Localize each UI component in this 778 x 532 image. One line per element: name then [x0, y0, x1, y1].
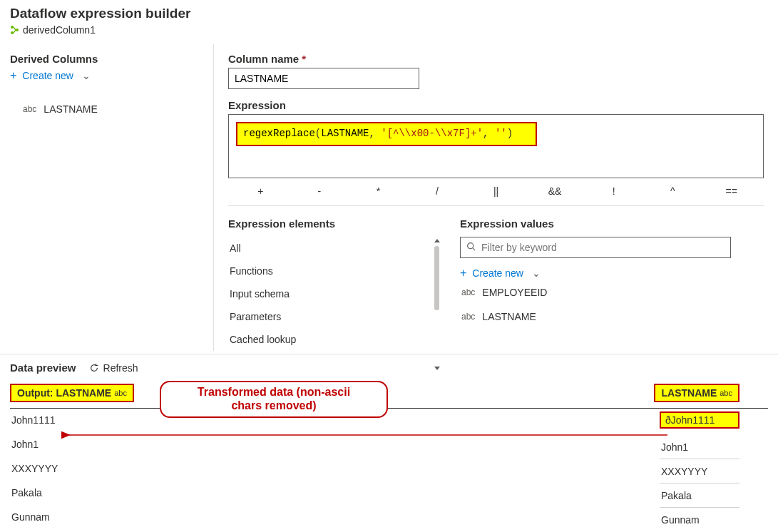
type-abc-icon: abc [461, 312, 475, 322]
plus-icon: + [460, 267, 466, 280]
svg-line-4 [473, 248, 475, 250]
output-cell: Gunnam [10, 506, 768, 528]
svg-point-0 [11, 26, 14, 29]
svg-point-3 [468, 243, 474, 249]
scroll-up-icon[interactable] [434, 239, 440, 242]
chevron-down-icon: ⌄ [82, 70, 91, 81]
type-abc-icon: abc [720, 389, 732, 397]
column-name-label: Column name * [228, 53, 764, 65]
create-new-column-button[interactable]: + Create new ⌄ [10, 69, 91, 82]
input-cell: Pakala [660, 484, 739, 508]
create-new-label: Create new [22, 70, 73, 81]
create-new-value-button[interactable]: + Create new ⌄ [460, 267, 541, 280]
table-row: John1John1 [10, 433, 768, 457]
value-item-employeeid[interactable]: abc EMPLOYEEID [460, 280, 764, 304]
op-not[interactable]: ! [584, 185, 643, 197]
expression-values-title: Expression values [460, 218, 764, 230]
search-icon [466, 242, 476, 253]
table-row: John1111ðJohn1111 [10, 409, 768, 433]
type-abc-icon: abc [461, 287, 475, 297]
input-cell: XXXYYYY [660, 460, 739, 484]
op-minus[interactable]: - [290, 185, 349, 197]
values-filter-input[interactable] [480, 241, 725, 254]
expression-elements-title: Expression elements [228, 218, 433, 230]
elements-item-all[interactable]: All [228, 237, 433, 260]
output-cell: John1111 [10, 409, 768, 431]
input-cell: ðJohn1111 [660, 411, 739, 429]
data-preview-title: Data preview [10, 362, 76, 374]
create-new-value-label: Create new [472, 267, 523, 279]
column-name-input[interactable] [228, 68, 419, 89]
plus-icon: + [10, 69, 16, 82]
table-row: PakalaPakala [10, 481, 768, 506]
derived-columns-title: Derived Columns [10, 53, 203, 65]
value-item-lastname[interactable]: abc LASTNAME [460, 304, 764, 328]
required-asterisk: * [302, 53, 306, 65]
input-column-header: LASTNAME abc [654, 384, 739, 402]
elements-item-parameters[interactable]: Parameters [228, 305, 433, 328]
elements-item-input-schema[interactable]: Input schema [228, 282, 433, 305]
node-icon [10, 25, 19, 35]
op-or[interactable]: || [466, 185, 526, 197]
svg-point-2 [16, 29, 19, 31]
op-xor[interactable]: ^ [643, 185, 702, 197]
elements-item-functions[interactable]: Functions [228, 260, 433, 282]
page-title: Dataflow expression builder [10, 6, 768, 21]
elements-scrollbar[interactable] [434, 240, 440, 369]
output-cell: John1 [10, 433, 768, 456]
output-cell: Pakala [10, 481, 768, 504]
chevron-down-icon: ⌄ [532, 267, 541, 279]
output-column-header: Output: LASTNAME abc [10, 384, 134, 402]
op-mul[interactable]: * [349, 185, 408, 197]
scroll-thumb[interactable] [434, 246, 439, 310]
input-cell: Gunnam [660, 508, 739, 530]
node-name: derivedColumn1 [23, 24, 96, 36]
op-eq[interactable]: == [702, 185, 762, 197]
derived-column-name: LASTNAME [43, 103, 97, 115]
expression-label: Expression [228, 99, 764, 111]
output-cell: XXXYYYY [10, 457, 768, 480]
type-abc-icon: abc [23, 104, 36, 114]
table-row: GunnamGunnam [10, 506, 768, 530]
derived-column-item[interactable]: abc LASTNAME [10, 103, 203, 115]
op-plus[interactable]: + [231, 185, 290, 197]
expression-editor[interactable]: regexReplace(LASTNAME, '[^\\x00-\\x7F]+'… [228, 114, 764, 178]
elements-item-cached-lookup[interactable]: Cached lookup [228, 328, 433, 351]
op-and[interactable]: && [526, 185, 585, 197]
type-abc-icon: abc [114, 389, 127, 397]
refresh-icon [89, 363, 99, 373]
table-row: XXXYYYYXXXYYYY [10, 457, 768, 481]
refresh-button[interactable]: Refresh [89, 362, 138, 374]
operator-toolbar: + - * / || && ! ^ == [228, 178, 764, 203]
input-cell: John1 [660, 436, 739, 459]
expression-highlight-annotation: regexReplace(LASTNAME, '[^\\x00-\\x7F]+'… [236, 122, 537, 146]
op-div[interactable]: / [408, 185, 467, 197]
svg-point-1 [11, 31, 14, 34]
values-filter[interactable] [460, 237, 731, 258]
